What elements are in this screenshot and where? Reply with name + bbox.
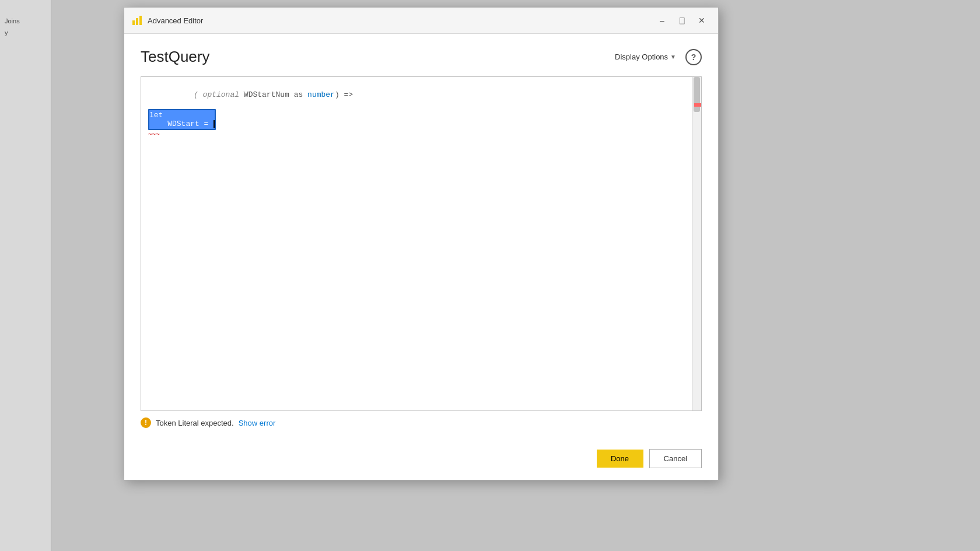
minimize-icon: – [660, 16, 664, 25]
code-param: WDStartNum [244, 90, 289, 99]
title-bar: Advanced Editor – ⎕ ✕ [124, 8, 718, 34]
show-error-link[interactable]: Show error [239, 419, 276, 427]
title-bar-controls: – ⎕ ✕ [653, 12, 711, 29]
dropdown-arrow-icon: ▼ [670, 54, 676, 60]
dialog-footer: Done Cancel [124, 444, 718, 480]
code-selected-block: let WDStart = [148, 109, 216, 130]
dialog-header: TestQuery Display Options ▼ ? [141, 48, 702, 66]
code-type: number [307, 90, 335, 99]
maximize-button[interactable]: ⎕ [673, 12, 691, 29]
svg-rect-0 [132, 20, 135, 25]
close-button[interactable]: ✕ [692, 12, 711, 29]
scrollbar-thumb[interactable] [694, 77, 700, 112]
code-editor[interactable]: ( optional WDStartNum as number) => let … [141, 76, 702, 411]
header-right: Display Options ▼ ? [611, 49, 702, 65]
svg-rect-2 [139, 16, 142, 25]
error-warning-icon: ! [141, 417, 151, 428]
code-close-paren: ) => [335, 90, 353, 99]
dialog-title: Advanced Editor [148, 16, 203, 25]
help-button[interactable]: ? [685, 49, 702, 65]
svg-rect-1 [136, 18, 138, 25]
powerbi-logo-icon [131, 15, 143, 26]
code-line-let: let [149, 111, 215, 120]
code-optional-keyword: ( optional [194, 90, 244, 99]
error-message-text: Token Literal expected. [156, 419, 234, 427]
code-area[interactable]: ( optional WDStartNum as number) => let … [141, 77, 692, 410]
text-cursor [214, 120, 215, 128]
done-button[interactable]: Done [597, 450, 643, 468]
scrollbar-error-marker [694, 103, 701, 107]
code-line-1: ( optional WDStartNum as number) => [148, 82, 685, 108]
cancel-button[interactable]: Cancel [649, 449, 702, 468]
dialog-content: TestQuery Display Options ▼ ? ( optional… [124, 34, 718, 444]
status-bar: ! Token Literal expected. Show error [141, 411, 702, 435]
title-bar-left: Advanced Editor [131, 15, 203, 26]
help-icon: ? [691, 52, 696, 62]
advanced-editor-dialog: Advanced Editor – ⎕ ✕ TestQuery Display … [124, 7, 719, 480]
display-options-button[interactable]: Display Options ▼ [611, 50, 680, 64]
code-line-wdstart: WDStart = [149, 120, 215, 128]
scrollbar-track[interactable] [692, 77, 701, 410]
query-title: TestQuery [141, 48, 210, 66]
display-options-label: Display Options [615, 52, 668, 61]
close-icon: ✕ [698, 16, 705, 25]
error-squiggle-line: ~~~ [148, 131, 685, 138]
code-as-keyword: as [289, 90, 307, 99]
minimize-button[interactable]: – [653, 12, 671, 29]
maximize-icon: ⎕ [680, 16, 684, 25]
